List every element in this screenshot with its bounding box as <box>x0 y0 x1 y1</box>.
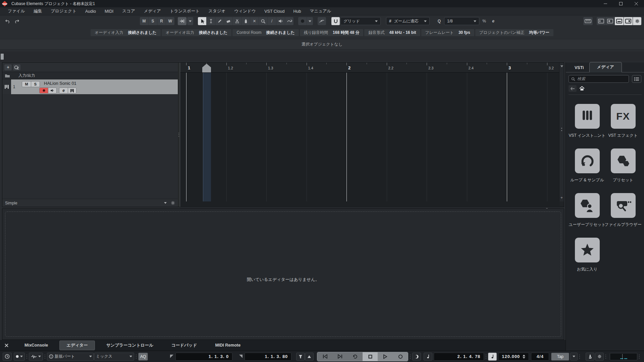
open-instrument-button[interactable] <box>68 88 76 93</box>
back-button[interactable] <box>569 85 577 92</box>
record-mode-button[interactable] <box>14 353 25 361</box>
lower-zone-toggle[interactable] <box>615 17 624 25</box>
right-zone-tab-VSTi[interactable]: VSTi <box>569 63 589 72</box>
tempo-track-button[interactable] <box>488 353 497 361</box>
play-tool[interactable] <box>276 17 285 25</box>
menu-item-スタジオ[interactable]: スタジオ <box>204 7 230 15</box>
play-button[interactable] <box>378 352 393 361</box>
vscroll-handle[interactable] <box>561 128 562 131</box>
menu-item-編集[interactable]: 編集 <box>29 7 46 15</box>
midi-record-mode-dropdown[interactable]: 新規パート <box>47 353 94 361</box>
menu-item-プロジェクト[interactable]: プロジェクト <box>46 7 81 15</box>
swing-button[interactable]: % <box>480 17 488 25</box>
record-enable-button[interactable] <box>40 88 48 93</box>
timeline-ruler[interactable]: 11.21.31.422.22.32.433.2 <box>180 63 560 73</box>
object-select-tool[interactable] <box>198 17 206 25</box>
info-chip[interactable]: フレームレート30 fps <box>421 29 474 36</box>
primary-time-display[interactable]: 2. 1. 4. 78 <box>434 353 484 361</box>
edit-channel-button[interactable]: e <box>59 88 68 93</box>
punch-out-button[interactable] <box>305 353 314 361</box>
drag-grip[interactable] <box>605 355 606 359</box>
preset-dropdown-icon[interactable] <box>164 202 167 204</box>
solo-button[interactable]: S <box>31 81 40 87</box>
undo-button[interactable] <box>3 17 12 25</box>
inspector-toggle[interactable] <box>597 17 605 25</box>
menu-item-マニュアル[interactable]: マニュアル <box>305 7 335 15</box>
automation-button[interactable] <box>318 17 326 25</box>
range-select-tool[interactable] <box>207 17 215 25</box>
media-tile-star[interactable]: お気に入り <box>570 238 605 272</box>
window-layout-setup-button[interactable] <box>633 17 641 25</box>
quantize-dropdown[interactable]: 1/8 <box>444 17 479 25</box>
media-tile-user[interactable]: ユーザープリセット <box>570 193 605 228</box>
time-signature-display[interactable]: 4/4 <box>531 353 549 361</box>
go-to-start-button[interactable] <box>317 352 332 361</box>
stop-button[interactable] <box>363 352 378 361</box>
drag-grip[interactable] <box>26 355 27 359</box>
drag-grip[interactable] <box>639 355 640 359</box>
menu-item-スコア[interactable]: スコア <box>118 7 139 15</box>
menu-item-Hub[interactable]: Hub <box>289 7 306 15</box>
media-list-view-button[interactable] <box>632 75 641 83</box>
punch-in-button[interactable] <box>296 353 305 361</box>
time-format-button[interactable] <box>424 353 432 361</box>
menu-item-MIDI[interactable]: MIDI <box>100 7 118 15</box>
right-locator-display[interactable]: 1. 1. 3. 80 <box>245 353 291 361</box>
grid-type-dropdown[interactable]: #ズームに適応 <box>386 17 430 25</box>
autoscroll-dropdown[interactable] <box>187 17 193 25</box>
media-tile-preset[interactable]: プリセット <box>606 148 641 183</box>
menu-item-ファイル[interactable]: ファイル <box>3 7 29 15</box>
minimize-button[interactable] <box>598 0 613 7</box>
preset-name[interactable]: Simple <box>5 201 17 205</box>
maximize-button[interactable] <box>613 0 629 7</box>
metronome-button[interactable] <box>586 353 594 361</box>
right-locator-icon[interactable] <box>238 354 243 359</box>
media-tile-fx[interactable]: FXVST エフェクト <box>606 104 641 138</box>
redo-button[interactable] <box>12 17 21 25</box>
glue-tool[interactable] <box>241 17 250 25</box>
monitor-button[interactable] <box>48 88 56 93</box>
midi-mix-mode-dropdown[interactable]: ミックス <box>94 353 134 361</box>
w-all-button[interactable]: W <box>166 17 174 25</box>
right-zone-tab-メディア[interactable]: メディア <box>589 62 622 72</box>
overview-handle[interactable] <box>1 54 4 60</box>
left-locator-display[interactable]: 1. 1. 3. 0 <box>175 353 232 361</box>
track-name[interactable]: HALion Sonic 01 <box>44 81 76 86</box>
track-settings-gear-icon[interactable] <box>171 201 175 205</box>
snap-type-dropdown[interactable]: グリッド <box>340 17 381 25</box>
media-search-input[interactable]: 検索 <box>569 75 629 83</box>
lower-zone-close-icon[interactable] <box>5 344 8 347</box>
zoom-tool[interactable] <box>259 17 267 25</box>
media-tile-loop[interactable]: ループ & サンプル <box>570 148 605 183</box>
autoscroll-button[interactable] <box>178 17 186 25</box>
ruler-options-icon[interactable] <box>560 65 563 67</box>
vertical-scrollbar[interactable]: + <box>559 63 564 201</box>
draw-tool[interactable] <box>215 17 224 25</box>
pre-roll-button[interactable] <box>412 353 421 361</box>
drag-grip[interactable] <box>579 355 580 359</box>
io-folder-track[interactable]: 入力/出力 <box>2 72 178 79</box>
tab-MixConsole[interactable]: MixConsole <box>18 341 55 349</box>
drag-grip[interactable] <box>410 355 411 359</box>
menu-item-トランスポート[interactable]: トランスポート <box>165 7 204 15</box>
cycle-button[interactable] <box>347 352 363 361</box>
info-chip[interactable]: プロジェクトのパン補正均等パワー <box>475 29 553 36</box>
info-chip[interactable]: 残り録音時間168 時間 48 分 <box>300 29 364 36</box>
media-tile-piano[interactable]: VST インスト...ント <box>570 104 605 138</box>
menu-item-ウィンドウ[interactable]: ウィンドウ <box>230 7 260 15</box>
scissors-tool[interactable] <box>233 17 241 25</box>
event-display[interactable]: 11.21.31.422.22.32.433.2 − + <box>180 63 560 207</box>
record-button[interactable] <box>393 352 408 361</box>
left-zone-toggle[interactable] <box>606 17 614 25</box>
tab-コードパッド[interactable]: コードパッド <box>165 341 204 350</box>
r-all-button[interactable]: R <box>157 17 166 25</box>
m-all-button[interactable]: M <box>140 17 148 25</box>
s-all-button[interactable]: S <box>149 17 157 25</box>
auto-quantize-button[interactable]: AQ <box>138 353 148 361</box>
home-icon[interactable] <box>579 86 585 91</box>
snap-button[interactable] <box>331 17 340 25</box>
instrument-track[interactable]: 1 M S HALion Sonic 01 e <box>2 79 178 94</box>
mute-tool[interactable]: ✕ <box>250 17 259 25</box>
mute-button[interactable]: M <box>22 81 31 87</box>
close-button[interactable] <box>629 0 644 7</box>
